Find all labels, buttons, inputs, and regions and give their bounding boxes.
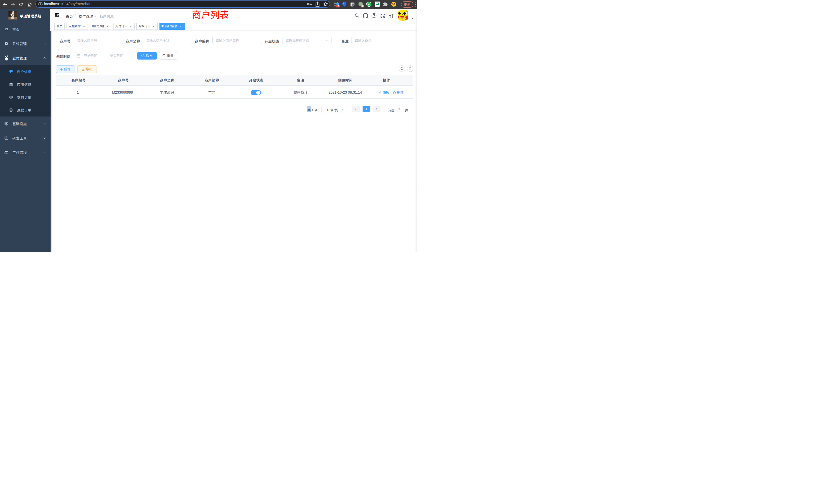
svg-text:y: y [368,3,370,6]
svg-text:1: 1 [362,5,363,7]
svg-text:10: 10 [336,5,339,7]
